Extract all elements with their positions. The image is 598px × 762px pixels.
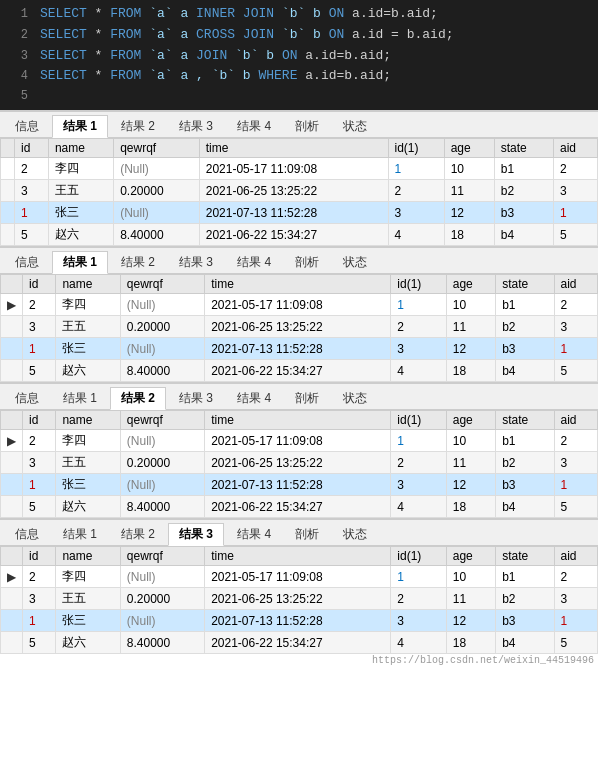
cell-aid: 2 xyxy=(554,566,597,588)
table-row[interactable]: 1张三(Null)2021-07-13 11:52:28312b31 xyxy=(1,338,598,360)
table-row[interactable]: 1张三(Null)2021-07-13 11:52:28312b31 xyxy=(1,202,598,224)
table-row[interactable]: ▶2李四(Null)2021-05-17 11:09:08110b12 xyxy=(1,430,598,452)
table-row[interactable]: 3王五0.200002021-06-25 13:25:22211b23 xyxy=(1,316,598,338)
line-number: 2 xyxy=(4,26,28,45)
cell-time: 2021-05-17 11:09:08 xyxy=(205,294,391,316)
cell-qewrqf: 0.20000 xyxy=(114,180,200,202)
tab-结果3[interactable]: 结果 3 xyxy=(168,251,224,273)
code-line: 3SELECT * FROM `a` a JOIN `b` b ON a.id=… xyxy=(0,46,598,67)
col-header: id xyxy=(15,139,49,158)
tab-结果1[interactable]: 结果 1 xyxy=(52,523,108,545)
tab-结果2[interactable]: 结果 2 xyxy=(110,387,166,410)
cell-age: 18 xyxy=(444,224,494,246)
tab-结果4[interactable]: 结果 4 xyxy=(226,251,282,273)
cell-aid: 5 xyxy=(554,496,597,518)
tab-结果2[interactable]: 结果 2 xyxy=(110,115,166,137)
cell-qewrqf: 0.20000 xyxy=(120,316,204,338)
col-header: aid xyxy=(554,411,597,430)
tab-结果4[interactable]: 结果 4 xyxy=(226,387,282,409)
cell-qewrqf: (Null) xyxy=(114,202,200,224)
col-header: age xyxy=(444,139,494,158)
table-row[interactable]: 5赵六8.400002021-06-22 15:34:27418b45 xyxy=(1,632,598,654)
tab-结果1[interactable]: 结果 1 xyxy=(52,115,108,138)
code-line: 4SELECT * FROM `a` a , `b` b WHERE a.id=… xyxy=(0,66,598,87)
line-number: 1 xyxy=(4,5,28,24)
cell-id1: 2 xyxy=(391,588,446,610)
table-row[interactable]: 1张三(Null)2021-07-13 11:52:28312b31 xyxy=(1,610,598,632)
tab-剖析[interactable]: 剖析 xyxy=(284,115,330,137)
cell-id: 2 xyxy=(23,566,56,588)
table-row[interactable]: ▶2李四(Null)2021-05-17 11:09:08110b12 xyxy=(1,294,598,316)
table-row[interactable]: 5赵六8.400002021-06-22 15:34:27418b45 xyxy=(1,224,598,246)
tab-信息[interactable]: 信息 xyxy=(4,387,50,409)
cell-name: 赵六 xyxy=(48,224,113,246)
tab-状态[interactable]: 状态 xyxy=(332,387,378,409)
row-marker xyxy=(1,588,23,610)
tab-结果1[interactable]: 结果 1 xyxy=(52,387,108,409)
tab-剖析[interactable]: 剖析 xyxy=(284,387,330,409)
tab-结果2[interactable]: 结果 2 xyxy=(110,251,166,273)
table-row[interactable]: 1张三(Null)2021-07-13 11:52:28312b31 xyxy=(1,474,598,496)
line-content: SELECT * FROM `a` a JOIN `b` b ON a.id=b… xyxy=(40,46,391,67)
code-line: 1SELECT * FROM `a` a INNER JOIN `b` b ON… xyxy=(0,4,598,25)
tab-结果3[interactable]: 结果 3 xyxy=(168,115,224,137)
cell-id1: 4 xyxy=(388,224,444,246)
cell-qewrqf: (Null) xyxy=(120,430,204,452)
tab-结果2[interactable]: 结果 2 xyxy=(110,523,166,545)
tab-剖析[interactable]: 剖析 xyxy=(284,523,330,545)
row-marker xyxy=(1,338,23,360)
tab-结果4[interactable]: 结果 4 xyxy=(226,523,282,545)
result-panel: 信息结果 1结果 2结果 3结果 4剖析状态idnameqewrqftimeid… xyxy=(0,246,598,382)
tab-状态[interactable]: 状态 xyxy=(332,251,378,273)
tab-结果3[interactable]: 结果 3 xyxy=(168,523,224,546)
col-header: name xyxy=(56,547,120,566)
table-row[interactable]: ▶2李四(Null)2021-05-17 11:09:08110b12 xyxy=(1,566,598,588)
col-header: id xyxy=(23,275,56,294)
cell-name: 王五 xyxy=(56,452,120,474)
cell-state: b1 xyxy=(496,294,554,316)
cell-name: 赵六 xyxy=(56,496,120,518)
cell-time: 2021-06-22 15:34:27 xyxy=(199,224,388,246)
tab-结果1[interactable]: 结果 1 xyxy=(52,251,108,274)
cell-time: 2021-06-25 13:25:22 xyxy=(205,588,391,610)
cell-aid: 1 xyxy=(553,202,597,224)
col-header: time xyxy=(205,411,391,430)
line-content: SELECT * FROM `a` a , `b` b WHERE a.id=b… xyxy=(40,66,391,87)
cell-state: b4 xyxy=(496,360,554,382)
col-header: age xyxy=(446,547,495,566)
tab-信息[interactable]: 信息 xyxy=(4,115,50,137)
table-row[interactable]: 5赵六8.400002021-06-22 15:34:27418b45 xyxy=(1,496,598,518)
tab-状态[interactable]: 状态 xyxy=(332,115,378,137)
row-marker: ▶ xyxy=(1,294,23,316)
cell-name: 李四 xyxy=(56,566,120,588)
cell-id1: 1 xyxy=(391,566,446,588)
result-panel: 信息结果 1结果 2结果 3结果 4剖析状态idnameqewrqftimeid… xyxy=(0,110,598,246)
cell-age: 10 xyxy=(446,430,495,452)
tab-信息[interactable]: 信息 xyxy=(4,523,50,545)
table-row[interactable]: 3王五0.200002021-06-25 13:25:22211b23 xyxy=(1,452,598,474)
cell-state: b3 xyxy=(496,610,554,632)
tab-剖析[interactable]: 剖析 xyxy=(284,251,330,273)
cell-qewrqf: (Null) xyxy=(114,158,200,180)
tab-状态[interactable]: 状态 xyxy=(332,523,378,545)
cell-qewrqf: 8.40000 xyxy=(114,224,200,246)
cell-name: 张三 xyxy=(56,338,120,360)
col-header: time xyxy=(199,139,388,158)
tab-信息[interactable]: 信息 xyxy=(4,251,50,273)
cell-state: b4 xyxy=(496,496,554,518)
result-panel: 信息结果 1结果 2结果 3结果 4剖析状态idnameqewrqftimeid… xyxy=(0,382,598,518)
table-row[interactable]: 5赵六8.400002021-06-22 15:34:27418b45 xyxy=(1,360,598,382)
tab-结果3[interactable]: 结果 3 xyxy=(168,387,224,409)
table-row[interactable]: 3王五0.200002021-06-25 13:25:22211b23 xyxy=(1,588,598,610)
cell-id1: 4 xyxy=(391,360,446,382)
table-row[interactable]: 2李四(Null)2021-05-17 11:09:08110b12 xyxy=(1,158,598,180)
tab-结果4[interactable]: 结果 4 xyxy=(226,115,282,137)
cell-id1: 3 xyxy=(388,202,444,224)
cell-age: 10 xyxy=(446,566,495,588)
tab-bar: 信息结果 1结果 2结果 3结果 4剖析状态 xyxy=(0,384,598,410)
table-row[interactable]: 3王五0.200002021-06-25 13:25:22211b23 xyxy=(1,180,598,202)
cell-age: 12 xyxy=(444,202,494,224)
result-panel: 信息结果 1结果 2结果 3结果 4剖析状态idnameqewrqftimeid… xyxy=(0,518,598,667)
cell-age: 18 xyxy=(446,632,495,654)
col-header: id(1) xyxy=(391,411,446,430)
